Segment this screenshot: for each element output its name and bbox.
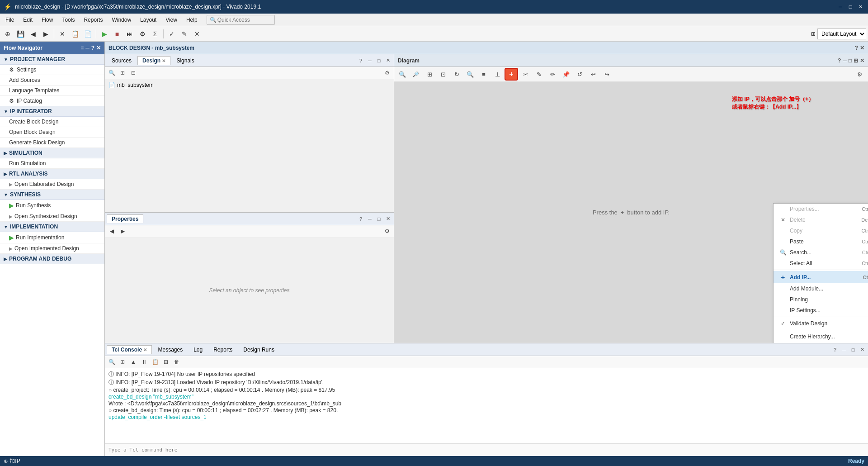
- rotate-btn[interactable]: ↻: [450, 68, 463, 80]
- ctx-item-ip-settings[interactable]: IP Settings...: [774, 305, 868, 316]
- nav-section-synthesis-header[interactable]: ▼ SYNTHESIS: [0, 190, 104, 200]
- zoom-out-btn[interactable]: 🔎: [410, 68, 422, 80]
- nav-section-ip-integrator-header[interactable]: ▼ IP INTEGRATOR: [0, 106, 104, 117]
- toolbar-run[interactable]: ▶: [99, 28, 110, 40]
- ctx-item-pinning[interactable]: Pinning ▶: [774, 294, 868, 305]
- clear-btn-console[interactable]: 🗑: [172, 357, 182, 367]
- toolbar-close2[interactable]: ✕: [191, 28, 203, 40]
- fit-btn[interactable]: ⊞: [423, 68, 436, 80]
- ctx-item-select-all[interactable]: Select All Ctrl+A: [774, 258, 868, 269]
- nav-item-open-elaborated[interactable]: ▶ Open Elaborated Design: [0, 179, 104, 190]
- maximize-button[interactable]: □: [846, 3, 854, 11]
- ctx-item-validate[interactable]: ✓ Validate Design F6: [774, 318, 868, 329]
- toolbar-copy[interactable]: 📋: [69, 28, 81, 40]
- filter-btn-console[interactable]: ⊞: [118, 357, 127, 367]
- nav-fwd-btn[interactable]: ▶: [118, 226, 127, 236]
- maximize-icon-diag[interactable]: ⊞: [854, 57, 858, 64]
- expand-btn-src[interactable]: ⊟: [128, 68, 138, 78]
- nav-item-open-implemented[interactable]: ▶ Open Implemented Design: [0, 243, 104, 254]
- tcl-input[interactable]: [108, 447, 864, 453]
- minimize-icon-src[interactable]: ─: [366, 57, 374, 65]
- flow-nav-minus[interactable]: ─: [85, 45, 90, 51]
- flow-nav-question[interactable]: ?: [91, 45, 94, 51]
- menu-tools[interactable]: Tools: [58, 16, 78, 24]
- ctx-item-search[interactable]: 🔍 Search... Ctrl+F: [774, 247, 868, 258]
- toolbar-paste[interactable]: 📄: [82, 28, 94, 40]
- copy-btn-console[interactable]: 📋: [150, 357, 160, 367]
- pause-btn-console[interactable]: ⏸: [139, 357, 149, 367]
- nav-item-open-synthesized[interactable]: ▶ Open Synthesized Design: [0, 211, 104, 222]
- close-icon-prop[interactable]: ✕: [384, 215, 392, 223]
- toolbar-save[interactable]: 💾: [14, 28, 26, 40]
- zoom-in-btn[interactable]: 🔍: [396, 68, 409, 80]
- ctx-item-paste[interactable]: Paste Ctrl+V: [774, 236, 868, 247]
- nav-section-program-debug-header[interactable]: ▶ PROGRAM AND DEBUG: [0, 254, 104, 264]
- up-btn-console[interactable]: ▲: [128, 357, 138, 367]
- help-icon-src[interactable]: ?: [357, 57, 365, 65]
- menu-file[interactable]: File: [2, 16, 18, 24]
- close-icon-diag[interactable]: ✕: [860, 57, 864, 64]
- toolbar-check[interactable]: ✓: [166, 28, 178, 40]
- settings-btn-src[interactable]: ⚙: [382, 68, 392, 78]
- help-icon-prop[interactable]: ?: [357, 215, 365, 223]
- settings-btn-diag[interactable]: ⚙: [854, 68, 866, 80]
- tab-design-runs[interactable]: Design Runs: [238, 345, 279, 354]
- toolbar-undo[interactable]: ◀: [27, 28, 39, 40]
- nav-item-run-implementation[interactable]: ▶ Run Implementation: [0, 232, 104, 243]
- nav-item-settings[interactable]: ⚙ Settings: [0, 65, 104, 75]
- redo-btn-diag[interactable]: ↪: [600, 68, 613, 80]
- nav-back-btn[interactable]: ◀: [107, 226, 117, 236]
- minimize-icon-diag[interactable]: ─: [843, 57, 847, 64]
- quick-access-bar[interactable]: 🔍: [207, 15, 275, 25]
- ctx-item-add-module[interactable]: Add Module...: [774, 283, 868, 294]
- horiz-align-btn[interactable]: ≡: [477, 68, 490, 80]
- flow-nav-pin[interactable]: ≡: [80, 45, 84, 51]
- diagram-body[interactable]: Press the + button to add IP. 添加 IP，可以点击…: [394, 82, 868, 343]
- menu-reports[interactable]: Reports: [80, 16, 106, 24]
- tab-signals[interactable]: Signals: [171, 56, 199, 65]
- zoom-area-btn[interactable]: ⊡: [437, 68, 449, 80]
- help-icon-console[interactable]: ?: [831, 346, 839, 354]
- settings-btn-prop[interactable]: ⚙: [382, 226, 392, 236]
- tab-design[interactable]: Design ✕: [137, 56, 170, 65]
- tab-sources[interactable]: Sources: [107, 56, 137, 65]
- console-input-row[interactable]: [105, 443, 868, 456]
- vert-align-btn[interactable]: ⊥: [491, 68, 504, 80]
- draw-btn[interactable]: ✎: [533, 68, 545, 80]
- menu-window[interactable]: Window: [108, 16, 135, 24]
- menu-flow[interactable]: Flow: [38, 16, 57, 24]
- close-icon-console[interactable]: ✕: [858, 346, 866, 354]
- flow-nav-close[interactable]: ✕: [96, 45, 101, 51]
- nav-item-open-block[interactable]: Open Block Design: [0, 127, 104, 138]
- tab-messages[interactable]: Messages: [153, 345, 188, 354]
- edit-btn[interactable]: ✏: [546, 68, 559, 80]
- pin-btn[interactable]: 📌: [560, 68, 572, 80]
- tab-design-close[interactable]: ✕: [162, 58, 165, 63]
- add-ip-button[interactable]: +: [505, 68, 518, 81]
- toolbar-settings[interactable]: ⚙: [137, 28, 148, 40]
- layout-select[interactable]: Default Layout: [817, 29, 866, 39]
- nav-item-ip-catalog[interactable]: ⚙ IP Catalog: [0, 96, 104, 106]
- undo-btn-diag[interactable]: ↩: [587, 68, 599, 80]
- nav-item-run-sim[interactable]: Run Simulation: [0, 158, 104, 169]
- quick-access-input[interactable]: [217, 17, 272, 23]
- toolbar-sum[interactable]: Σ: [149, 28, 161, 40]
- expand-icon-console[interactable]: □: [849, 346, 857, 354]
- menu-edit[interactable]: Edit: [19, 16, 36, 24]
- zoom-input-btn[interactable]: 🔍: [464, 68, 476, 80]
- menu-help[interactable]: Help: [183, 16, 201, 24]
- nav-item-add-sources[interactable]: Add Sources: [0, 75, 104, 86]
- minimize-button[interactable]: ─: [836, 3, 844, 11]
- help-icon-bd[interactable]: ?: [855, 45, 858, 51]
- restore-icon-diag[interactable]: □: [849, 57, 852, 64]
- search-btn-console[interactable]: 🔍: [107, 357, 117, 367]
- toolbar-redo[interactable]: ▶: [40, 28, 52, 40]
- help-icon-diag[interactable]: ?: [838, 57, 841, 64]
- nav-item-language-templates[interactable]: Language Templates: [0, 86, 104, 96]
- tab-properties[interactable]: Properties: [107, 214, 143, 223]
- cut-btn[interactable]: ✂: [519, 68, 532, 80]
- close-icon-src[interactable]: ✕: [384, 57, 392, 65]
- menu-layout[interactable]: Layout: [137, 16, 160, 24]
- tab-tcl-close[interactable]: ✕: [143, 347, 147, 352]
- minimize-icon-prop[interactable]: ─: [366, 215, 374, 223]
